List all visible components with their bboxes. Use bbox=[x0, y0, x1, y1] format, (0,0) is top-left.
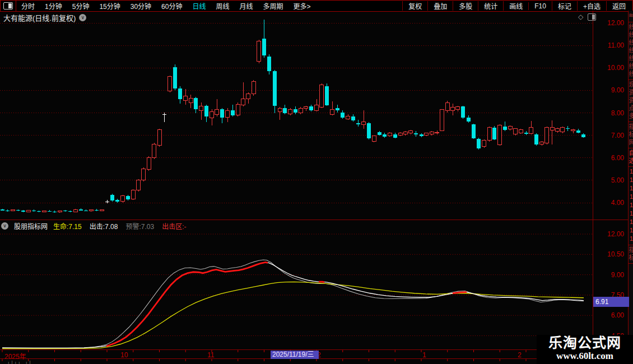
candle bbox=[403, 132, 407, 134]
candle bbox=[320, 85, 324, 108]
candle bbox=[514, 129, 518, 134]
candle bbox=[152, 144, 156, 158]
candle bbox=[336, 108, 339, 110]
candle bbox=[487, 128, 491, 141]
candle bbox=[53, 212, 57, 212]
right-sidebar-strip[interactable]: ≋线线线线线线线现资资点多指标网自选111111111指标 bbox=[628, 11, 633, 364]
candle bbox=[388, 133, 392, 136]
action-button-F10[interactable]: F10 bbox=[528, 2, 552, 10]
candle bbox=[556, 129, 560, 132]
candle bbox=[162, 114, 166, 115]
candle bbox=[571, 130, 575, 131]
indicator-chart[interactable] bbox=[0, 230, 593, 349]
action-button-叠加[interactable]: 叠加 bbox=[427, 1, 453, 11]
candle bbox=[157, 130, 161, 146]
indicator-field: 预警:7.03 bbox=[125, 221, 154, 231]
candle bbox=[210, 111, 214, 118]
candle bbox=[524, 133, 528, 134]
axis-label: 9.00 bbox=[595, 86, 624, 94]
sidebar-strip-section[interactable]: ≋ bbox=[629, 11, 633, 22]
candle bbox=[246, 94, 250, 99]
sidebar-strip-section[interactable]: 111111111 bbox=[629, 167, 633, 245]
axis-label: 7.00 bbox=[595, 132, 624, 139]
sidebar-strip-section[interactable]: 指标网 bbox=[629, 122, 633, 148]
indicator-header: ∨ 股朋指标网 生命:7.15出击:7.08预警:7.03出击区:- bbox=[1, 221, 186, 231]
candle bbox=[576, 130, 580, 133]
candle bbox=[362, 122, 366, 125]
candle bbox=[445, 102, 449, 110]
candle bbox=[456, 106, 460, 109]
candle bbox=[346, 116, 350, 119]
candle bbox=[534, 134, 538, 144]
candle bbox=[566, 128, 570, 129]
candle bbox=[561, 128, 565, 132]
action-button-统计[interactable]: 统计 bbox=[478, 1, 503, 11]
attack-signal-segment bbox=[106, 262, 268, 346]
candle bbox=[131, 190, 135, 199]
candle bbox=[472, 124, 476, 138]
candle bbox=[477, 139, 481, 148]
title-row-icons: ◇ bbox=[578, 13, 596, 21]
candle bbox=[398, 133, 402, 136]
indicator-field: 出击:7.08 bbox=[90, 221, 118, 231]
candle bbox=[110, 195, 114, 200]
action-button-多股[interactable]: 多股 bbox=[453, 1, 478, 11]
chevron-down-icon[interactable]: ∨ bbox=[79, 14, 86, 21]
sidebar-strip-section[interactable]: 线线线线线线线 bbox=[629, 22, 633, 80]
panel-toggle-icon[interactable] bbox=[588, 13, 596, 21]
candle bbox=[84, 211, 88, 211]
sidebar-strip-section[interactable]: 指标 bbox=[629, 245, 633, 264]
candle bbox=[331, 109, 334, 115]
action-button-返回[interactable]: 返回 bbox=[606, 1, 631, 11]
window-split-icon[interactable] bbox=[3, 2, 13, 10]
period-tab-分时[interactable]: 分时 bbox=[16, 1, 40, 11]
candle bbox=[267, 57, 271, 71]
candle bbox=[309, 106, 313, 110]
candle bbox=[226, 110, 230, 117]
period-tab-1分钟[interactable]: 1分钟 bbox=[40, 1, 67, 11]
candle bbox=[199, 106, 203, 110]
period-tab-日线[interactable]: 日线 bbox=[187, 1, 211, 11]
axis-label: 10.00 bbox=[595, 64, 624, 72]
sidebar-strip-section[interactable]: 现资资点多 bbox=[629, 80, 633, 122]
candle bbox=[519, 129, 523, 133]
candle bbox=[32, 211, 36, 212]
action-button-复权[interactable]: 复权 bbox=[402, 1, 427, 11]
candle bbox=[236, 104, 240, 115]
period-tab-15分钟[interactable]: 15分钟 bbox=[94, 1, 125, 11]
period-tab-周线[interactable]: 周线 bbox=[211, 1, 234, 11]
candle bbox=[168, 77, 172, 91]
fast-line bbox=[2, 260, 584, 348]
period-tab-60分钟[interactable]: 60分钟 bbox=[156, 1, 187, 11]
candle bbox=[440, 110, 444, 130]
candle bbox=[288, 109, 292, 114]
period-tab-更多>[interactable]: 更多> bbox=[288, 1, 316, 11]
candle bbox=[451, 107, 455, 110]
action-button-标记[interactable]: 标记 bbox=[552, 1, 577, 11]
period-tab-月线[interactable]: 月线 bbox=[235, 1, 258, 11]
sidebar-strip-section[interactable]: 自选 bbox=[629, 148, 633, 167]
candle bbox=[231, 110, 235, 115]
period-tab-30分钟[interactable]: 30分钟 bbox=[125, 1, 156, 11]
action-button-+自选[interactable]: +自选 bbox=[577, 1, 606, 11]
chevron-down-icon[interactable]: ∨ bbox=[1, 222, 8, 230]
candle bbox=[492, 128, 496, 139]
candle bbox=[68, 211, 72, 212]
candle bbox=[304, 106, 308, 108]
period-tab-5分钟[interactable]: 5分钟 bbox=[67, 1, 95, 11]
diamond-icon[interactable]: ◇ bbox=[578, 13, 583, 21]
candle bbox=[257, 41, 261, 61]
slow-line bbox=[2, 282, 584, 348]
price-chart[interactable] bbox=[0, 11, 593, 220]
trading-app-window: 分时1分钟5分钟15分钟30分钟60分钟日线周线月线多周期更多> 复权叠加多股统… bbox=[0, 0, 633, 364]
candle bbox=[194, 98, 198, 109]
candle bbox=[63, 211, 67, 211]
action-button-画线[interactable]: 画线 bbox=[503, 1, 528, 11]
candle bbox=[26, 211, 30, 212]
attack-signal-segment bbox=[319, 282, 324, 282]
period-tab-多周期[interactable]: 多周期 bbox=[258, 1, 288, 11]
candle bbox=[21, 211, 25, 212]
watermark: 乐淘公式网 www.60lt.com bbox=[537, 335, 633, 364]
candle bbox=[215, 109, 219, 114]
candle bbox=[73, 209, 77, 212]
